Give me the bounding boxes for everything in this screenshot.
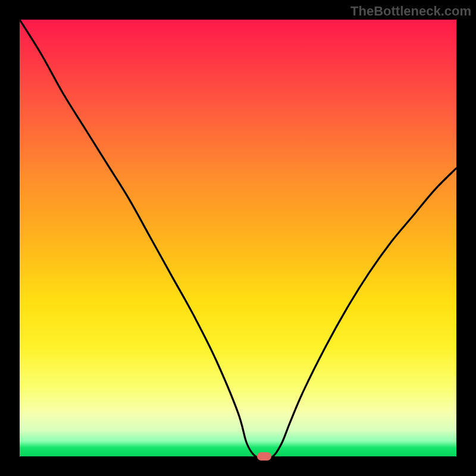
bottleneck-curve xyxy=(20,20,456,456)
plot-area xyxy=(20,20,456,456)
curve-path xyxy=(20,20,456,456)
chart-frame: TheBottleneck.com xyxy=(0,0,476,476)
optimum-marker xyxy=(257,452,271,461)
watermark-text: TheBottleneck.com xyxy=(350,4,471,19)
